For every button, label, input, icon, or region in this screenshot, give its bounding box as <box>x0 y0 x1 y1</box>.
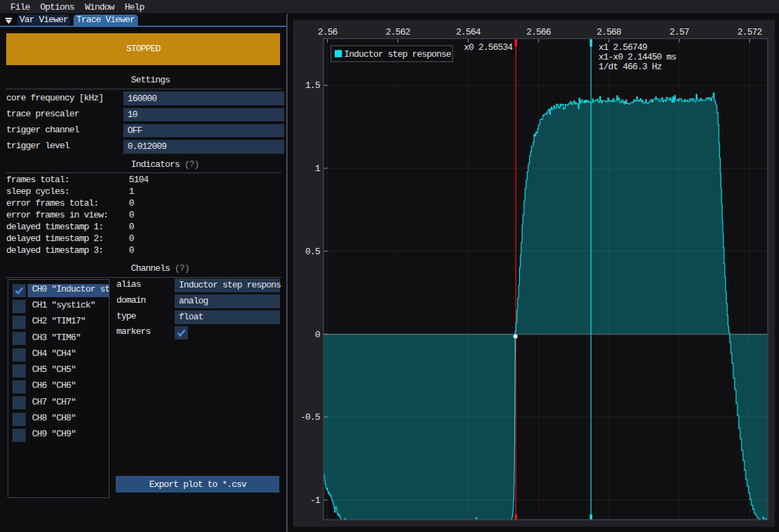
svg-text:2.564: 2.564 <box>456 27 481 37</box>
svg-text:2.57: 2.57 <box>669 27 689 37</box>
svg-text:2.572: 2.572 <box>737 27 762 37</box>
svg-text:2.566: 2.566 <box>526 27 550 37</box>
svg-text:x1-x0 2.14450 ms: x1-x0 2.14450 ms <box>599 52 676 62</box>
svg-text:2.562: 2.562 <box>385 27 410 37</box>
svg-text:2.568: 2.568 <box>597 27 621 37</box>
svg-text:Inductor step response: Inductor step response <box>344 49 451 60</box>
svg-text:x1 2.56749: x1 2.56749 <box>599 42 647 53</box>
svg-text:-1: -1 <box>310 495 320 506</box>
svg-text:0.5: 0.5 <box>305 247 320 257</box>
svg-text:-0.5: -0.5 <box>300 412 320 423</box>
svg-text:2.56: 2.56 <box>317 27 337 37</box>
svg-text:1.5: 1.5 <box>305 80 320 91</box>
svg-text:0: 0 <box>315 330 320 340</box>
svg-text:x0 2.56534: x0 2.56534 <box>464 42 513 53</box>
svg-text:1/dt 466.3 Hz: 1/dt 466.3 Hz <box>599 62 662 72</box>
svg-text:1: 1 <box>315 163 320 174</box>
